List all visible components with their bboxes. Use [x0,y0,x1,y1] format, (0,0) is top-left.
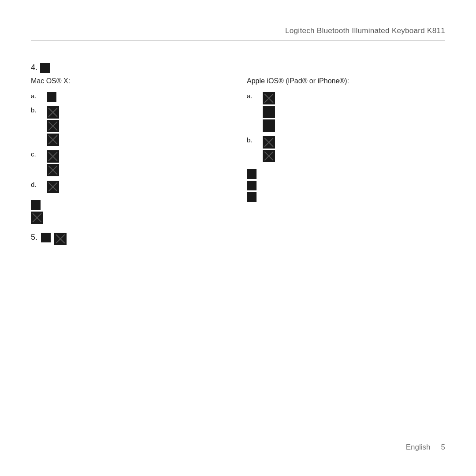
mac-b-icon2 [47,120,59,132]
section-5-number: 5. [31,233,37,242]
step-ios-label-a: a. [247,92,259,100]
ios-extra-steps [247,169,445,202]
step-ios-label-b: b. [247,136,259,144]
section4-icon [40,63,50,73]
step-content-b [47,106,59,146]
ios-step-content-b [263,136,275,162]
platform-ios: Apple iOS® (iPad® or iPhone®): [247,77,445,85]
section-5: 5. [31,233,229,246]
step-label-b: b. [31,106,43,114]
mac-extra-steps [31,200,229,224]
mac-extra-icon2 [31,212,43,224]
mac-extra-icon1 [31,200,41,210]
section-4: 4. Mac OS® X: a. b. [31,63,445,246]
ios-b-icon1 [263,136,275,149]
ios-b-icon2 [263,150,275,162]
mac-a-icon [47,92,56,102]
step-ios-b: b. [247,136,445,162]
step-ios-a: a. [247,92,445,132]
ios-a-icon3 [263,119,275,132]
section5-icon2 [54,233,67,245]
step-mac-c: c. [31,150,229,176]
mac-b-icon3 [47,134,59,146]
step-content-d [47,181,59,193]
platform-mac: Mac OS® X: [31,77,229,85]
step-label-a: a. [31,92,43,100]
footer-language: English [406,443,431,452]
ios-a-icon1 [263,92,275,104]
ios-step-content-a [263,92,275,132]
step-mac-d: d. [31,181,229,193]
page: Logitech Bluetooth Illuminated Keyboard … [0,0,476,476]
section5-icon1 [41,233,51,242]
ios-extra-icon2 [247,181,257,190]
step-content-c [47,150,59,176]
section5-icons [54,233,67,245]
ios-extra-icon1 [247,169,257,179]
two-columns: Mac OS® X: a. b. [31,77,445,246]
col-right-ios: Apple iOS® (iPad® or iPhone®): a. b. [238,77,445,246]
document-title: Logitech Bluetooth Illuminated Keyboard … [285,26,445,35]
col-left-mac: Mac OS® X: a. b. [31,77,238,246]
footer-page: 5 [441,443,445,452]
ios-extra-icon3 [247,192,257,202]
main-content: 4. Mac OS® X: a. b. [31,63,445,255]
mac-b-icon1 [47,106,59,119]
header: Logitech Bluetooth Illuminated Keyboard … [31,26,445,41]
step-label-d: d. [31,181,43,188]
mac-c-icon2 [47,164,59,176]
mac-c-icon1 [47,150,59,163]
step-content-a [47,92,56,102]
section-4-number: 4. [31,63,445,73]
step-mac-a: a. [31,92,229,102]
step-label-c: c. [31,150,43,158]
footer: English 5 [406,443,445,452]
ios-a-icon2 [263,106,275,118]
step-mac-b: b. [31,106,229,146]
mac-d-icon [47,181,59,193]
